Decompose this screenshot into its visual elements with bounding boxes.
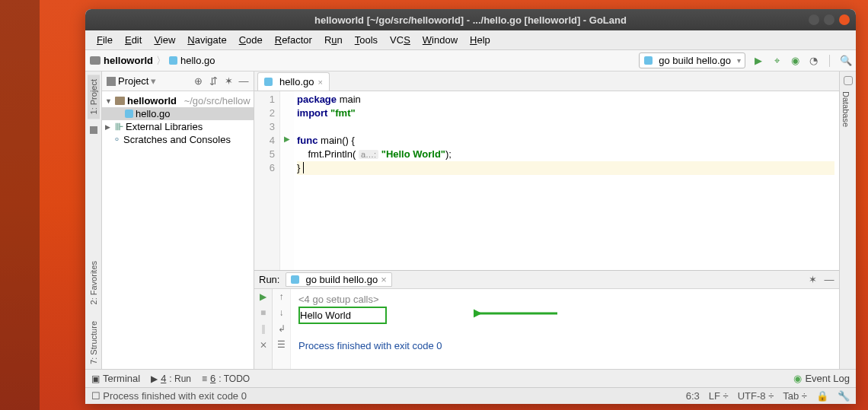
menu-help[interactable]: Help	[464, 33, 496, 47]
run-config-select[interactable]: go build hello.go	[639, 52, 745, 68]
status-bar: ☐ Process finished with exit code 0 6:3 …	[85, 387, 856, 404]
folder-icon	[90, 56, 101, 65]
run-panel: Run: go build hello.go × ✶ — ▶ ■ ‖ ⨯ ↑	[254, 270, 839, 369]
tab-database[interactable]: Database	[840, 87, 852, 132]
project-panel: Project ▾ ⊕ ⇵ ✶ — ▼helloworld ~/go/src/h…	[102, 72, 254, 369]
code-editor[interactable]: 1 2 3 4 5 6 ▶ package main import "fmt" …	[254, 91, 839, 270]
menu-window[interactable]: Window	[417, 33, 463, 47]
rerun-icon[interactable]: ▶	[260, 291, 266, 302]
breadcrumb-project[interactable]: helloworld	[104, 55, 153, 66]
search-icon[interactable]: 🔍	[841, 56, 851, 66]
scratch-icon: ⚬	[113, 134, 121, 145]
down-icon[interactable]: ↓	[279, 307, 284, 318]
project-icon	[107, 77, 116, 86]
menu-vcs[interactable]: VCS	[385, 33, 416, 47]
tree-scratches[interactable]: ⚬Scratches and Consoles	[102, 133, 254, 146]
menu-navigate[interactable]: Navigate	[182, 33, 231, 47]
tab-terminal[interactable]: ▣ Terminal	[91, 373, 140, 384]
go-file-icon	[644, 56, 653, 65]
tab-todo[interactable]: ≡ 6: TODO	[202, 373, 250, 384]
caret-position[interactable]: 6:3	[686, 390, 700, 402]
editor-tab-hello[interactable]: hello.go ×	[257, 72, 330, 91]
menu-code[interactable]: Code	[234, 33, 268, 47]
wrap-icon[interactable]: ↲	[278, 323, 286, 334]
project-panel-title: Project	[118, 75, 148, 87]
minimize-button[interactable]	[809, 14, 819, 25]
editor-column: hello.go × 1 2 3 4 5 6 ▶ p	[254, 72, 839, 369]
target-icon[interactable]: ⊕	[193, 76, 203, 87]
lock-icon[interactable]: 🔒	[816, 390, 828, 402]
folder-icon	[115, 97, 125, 105]
run-gutter-icon[interactable]: ▶	[280, 132, 294, 146]
window-controls	[809, 14, 850, 25]
tab-project[interactable]: 1: Project	[88, 75, 100, 119]
menu-file[interactable]: File	[91, 33, 118, 47]
string: "Hello World"	[381, 148, 445, 160]
line-num: 4	[254, 134, 275, 148]
run-icon[interactable]: ▶	[753, 56, 764, 66]
debug-icon[interactable]: ⌖	[771, 56, 782, 66]
editor-tabs: hello.go ×	[254, 72, 839, 91]
indent[interactable]: Tab ÷	[783, 390, 807, 402]
menu-refactor[interactable]: Refactor	[270, 33, 318, 47]
code-text: }	[297, 162, 303, 173]
right-tool-tabs: Database	[839, 72, 856, 369]
caret	[303, 162, 307, 173]
bottom-tool-tabs: ▣ Terminal ▶ 4: Run ≡ 6: TODO ◉ Event Lo…	[85, 369, 856, 387]
separator	[829, 55, 830, 67]
tree-file-hello[interactable]: hello.go	[102, 107, 254, 120]
gear-icon[interactable]: ✶	[223, 76, 234, 87]
breadcrumb-file[interactable]: hello.go	[180, 55, 215, 66]
close-button[interactable]	[839, 14, 850, 25]
menubar: File Edit View Navigate Code Refactor Ru…	[85, 30, 856, 50]
exit-icon[interactable]: ⨯	[260, 339, 267, 350]
kw: package	[297, 94, 337, 105]
menu-run[interactable]: Run	[319, 33, 348, 47]
menu-view[interactable]: View	[148, 33, 180, 47]
coverage-icon[interactable]: ◉	[790, 56, 800, 66]
run-output[interactable]: <4 go setup calls> Hello World Process f…	[291, 289, 839, 369]
tree-root[interactable]: ▼helloworld ~/go/src/hellow	[102, 94, 254, 107]
tab-structure[interactable]: 7: Structure	[88, 316, 100, 369]
profile-icon[interactable]: ◔	[808, 56, 819, 66]
close-tab-icon[interactable]: ×	[318, 78, 323, 87]
status-message: Process finished with exit code 0	[103, 390, 247, 402]
menu-tools[interactable]: Tools	[349, 33, 383, 47]
run-body: ▶ ■ ‖ ⨯ ↑ ↓ ↲ ☰ <4 go setup calls> Hello…	[254, 289, 839, 369]
run-label: Run:	[259, 274, 279, 285]
status-icon: ☐	[91, 390, 101, 402]
kw: import	[297, 107, 327, 119]
line-num: 6	[254, 161, 275, 175]
hide-icon[interactable]: —	[238, 76, 249, 87]
line-num: 3	[254, 120, 275, 134]
annotation-arrow	[474, 303, 565, 326]
main-area: 1: Project 2: Favorites 7: Structure Pro…	[85, 72, 856, 369]
up-icon[interactable]: ↑	[279, 291, 284, 302]
tab-favorites[interactable]: 2: Favorites	[88, 256, 100, 309]
os-taskbar	[0, 0, 40, 410]
code-area[interactable]: package main import "fmt" func main() { …	[294, 91, 839, 270]
encoding[interactable]: UTF-8 ÷	[738, 390, 774, 402]
fold-line[interactable]: <4 go setup calls>	[298, 292, 831, 307]
line-num: 1	[254, 93, 275, 106]
tab-run[interactable]: ▶ 4: Run	[151, 373, 191, 384]
menu-edit[interactable]: Edit	[120, 33, 147, 47]
collapse-icon[interactable]: ⇵	[208, 76, 219, 87]
line-sep[interactable]: LF ÷	[709, 390, 729, 402]
gutter-markers: ▶	[280, 91, 294, 270]
tab-icon[interactable]	[90, 126, 97, 134]
scroll-icon[interactable]: ☰	[277, 339, 286, 350]
maximize-button[interactable]	[824, 14, 834, 25]
library-icon: ⊪	[115, 121, 123, 132]
tools-icon[interactable]: 🔧	[838, 390, 850, 402]
tab-eventlog[interactable]: ◉ Event Log	[793, 373, 850, 384]
stop-icon[interactable]: ■	[260, 307, 266, 318]
tree-external-libs[interactable]: ▶⊪External Libraries	[102, 120, 254, 133]
gear-icon[interactable]: ✶	[807, 275, 818, 285]
run-tab[interactable]: go build hello.go ×	[286, 272, 391, 287]
code-text: main	[337, 94, 361, 105]
pause-icon[interactable]: ‖	[261, 323, 266, 334]
hide-icon[interactable]: —	[824, 275, 834, 285]
kw: func	[297, 135, 318, 146]
database-icon[interactable]	[844, 76, 853, 85]
